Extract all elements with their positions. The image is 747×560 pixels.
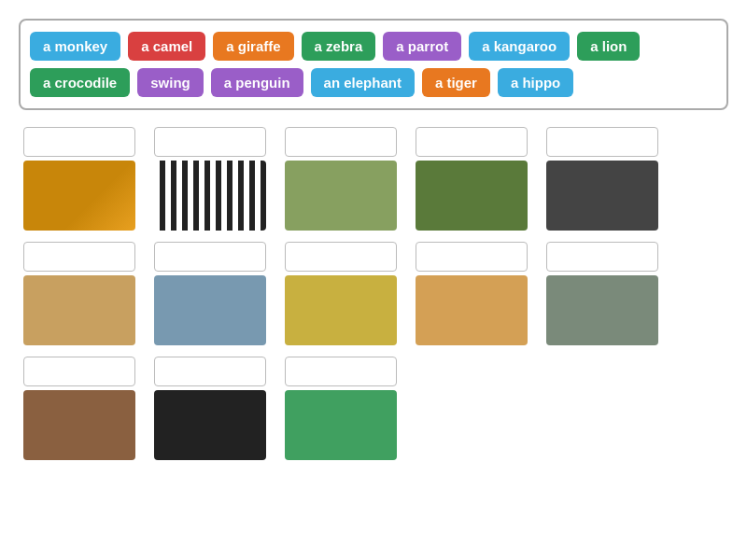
answer-box-hippo-dark[interactable] [546, 127, 658, 157]
answer-box-camel[interactable] [416, 242, 528, 272]
animal-cell-camel [411, 242, 532, 353]
animal-image-penguin [154, 390, 266, 460]
animal-cell-elephant [542, 242, 663, 353]
animal-image-tiger [23, 161, 135, 231]
animal-cell-zebra [149, 127, 271, 238]
chip-penguin[interactable]: a penguin [211, 68, 303, 97]
animal-cell-monkey-jump [280, 127, 402, 238]
chip-lion[interactable]: a lion [577, 32, 640, 61]
answer-box-monkey[interactable] [23, 357, 135, 386]
word-bank: a monkeya camela giraffea zebraa parrota… [19, 19, 728, 110]
animal-image-monkey [23, 390, 135, 460]
answer-grid [19, 127, 728, 471]
animal-row-0 [19, 127, 728, 238]
animal-cell-kangaroo [19, 242, 140, 353]
animal-image-hippo [154, 275, 266, 345]
animal-image-monkey-jump [285, 161, 397, 231]
answer-box-crocodile[interactable] [416, 127, 528, 157]
chip-parrot[interactable]: a parrot [383, 32, 461, 61]
animal-image-kangaroo [23, 275, 135, 345]
animal-cell-hippo-dark [542, 127, 663, 238]
animal-image-parrot [285, 390, 397, 460]
chip-giraffe[interactable]: a giraffe [213, 32, 293, 61]
answer-box-monkey-jump[interactable] [285, 127, 397, 157]
answer-box-tiger[interactable] [23, 127, 135, 157]
animal-image-camel [416, 275, 528, 345]
answer-box-giraffe[interactable] [285, 242, 397, 272]
chip-swing[interactable]: swing [137, 68, 204, 97]
animal-row-2 [19, 357, 728, 468]
answer-box-zebra[interactable] [154, 127, 266, 157]
animal-cell-giraffe [280, 242, 402, 353]
chip-elephant[interactable]: an elephant [311, 68, 415, 97]
chip-kangaroo[interactable]: a kangaroo [469, 32, 570, 61]
chip-camel[interactable]: a camel [128, 32, 205, 61]
answer-box-penguin[interactable] [154, 357, 266, 386]
answer-box-parrot[interactable] [285, 357, 397, 386]
animal-image-giraffe [285, 275, 397, 345]
animal-row-1 [19, 242, 728, 353]
animal-cell-parrot [280, 357, 402, 468]
animal-cell-crocodile [411, 127, 532, 238]
answer-box-elephant[interactable] [546, 242, 658, 272]
answer-box-hippo[interactable] [154, 242, 266, 272]
chip-zebra[interactable]: a zebra [302, 32, 376, 61]
animal-cell-monkey [19, 357, 140, 468]
chip-tiger[interactable]: a tiger [422, 68, 490, 97]
animal-image-hippo-dark [546, 161, 658, 231]
chip-crocodile[interactable]: a crocodile [30, 68, 130, 97]
animal-cell-tiger [19, 127, 140, 238]
animal-image-elephant [546, 275, 658, 345]
animal-image-zebra [154, 161, 266, 231]
answer-box-kangaroo[interactable] [23, 242, 135, 272]
animal-cell-penguin [149, 357, 271, 468]
chip-monkey[interactable]: a monkey [30, 32, 120, 61]
animal-image-crocodile [416, 161, 528, 231]
animal-cell-hippo [149, 242, 271, 353]
chip-hippo[interactable]: a hippo [498, 68, 573, 97]
